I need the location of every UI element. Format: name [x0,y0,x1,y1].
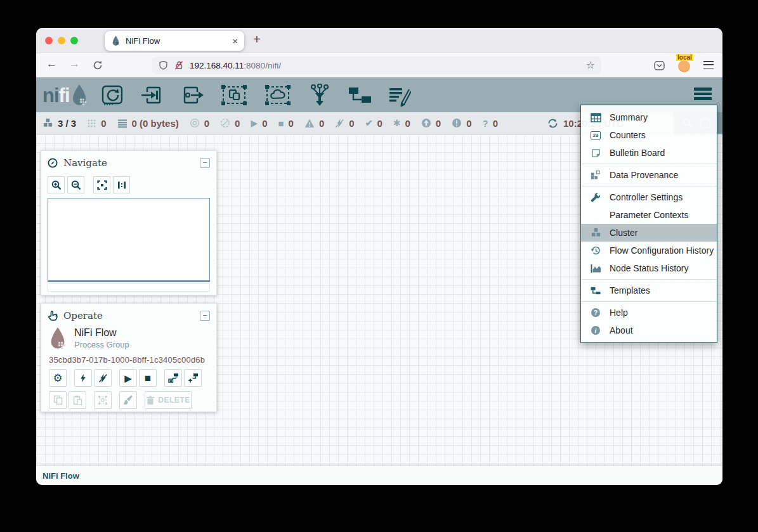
summary-table-icon [591,113,601,122]
processor-component[interactable] [100,83,124,107]
navigate-title: Navigate [63,157,107,169]
data-provenance-icon [591,170,601,180]
menu-item-about[interactable]: i About [581,321,717,339]
operate-buttons-row-1: ⚙ ▶ ■ [41,365,216,387]
menu-divider [581,186,717,186]
browser-navbar: ← → 192.168.40.11:8080/nifi/ ☆ local [36,53,722,77]
global-menu: Summary 23 Counters Bulletin Board Data … [580,105,717,343]
configure-button[interactable]: ⚙ [49,369,67,387]
stat-transmitting: 0 [190,118,209,129]
stat-running: ▶ 0 [251,118,267,129]
save-template-button[interactable] [164,369,182,387]
forward-button[interactable]: → [69,58,80,69]
menu-item-help[interactable]: ? Help [581,304,717,321]
zoom-fit-button[interactable] [93,176,110,193]
bookmark-star-icon[interactable]: ☆ [586,60,595,70]
url-bar[interactable]: 192.168.40.11:8080/nifi/ ☆ [152,56,601,74]
group-button[interactable] [94,391,112,409]
nifi-favicon [111,36,121,46]
input-port-component[interactable] [140,83,164,107]
transmitting-icon [190,118,200,128]
url-text[interactable]: 192.168.40.11:8080/nifi/ [190,61,580,70]
stopped-icon: ■ [278,119,284,128]
remote-process-group-component[interactable] [264,83,292,107]
save-template-icon [168,373,179,383]
operate-title: Operate [63,310,103,321]
stop-button[interactable]: ■ [139,369,157,387]
menu-item-flow-configuration-history[interactable]: Flow Configuration History [581,242,717,259]
menu-item-data-provenance[interactable]: Data Provenance [581,166,717,184]
actual-size-icon [117,180,127,190]
menu-item-summary[interactable]: Summary [581,108,717,126]
bolt-slash-icon [98,373,108,383]
zoom-window-button[interactable] [70,37,78,44]
component-toolbar [100,83,412,107]
locally-modified-asterisk-icon: ✱ [393,119,401,127]
stat-invalid: 0 [304,118,324,129]
start-button[interactable]: ▶ [119,369,137,387]
insecure-lock-icon[interactable] [174,60,184,70]
exclamation-circle-icon [452,118,462,128]
menu-item-counters[interactable]: 23 Counters [581,126,717,144]
stat-connected-nodes: 3 / 3 [42,118,76,129]
nifi-drop-logo [70,84,89,107]
minimize-window-button[interactable] [58,37,65,44]
enable-button[interactable] [74,369,92,387]
collapse-operate-button[interactable]: − [200,311,210,321]
help-question-icon: ? [591,308,600,317]
invalid-warning-icon [304,119,315,128]
menu-item-bulletin-board[interactable]: Bulletin Board [581,144,717,162]
label-component[interactable] [388,83,412,107]
menu-item-templates[interactable]: Templates [581,282,717,299]
process-group-component[interactable] [220,83,248,107]
back-button[interactable]: ← [46,58,57,69]
close-window-button[interactable] [45,37,53,44]
browser-menu-icon[interactable] [703,61,714,68]
funnel-component[interactable] [308,83,332,107]
trash-icon [146,396,155,405]
bulletin-board-icon [591,148,601,158]
node-status-chart-icon [591,264,601,273]
color-button[interactable] [119,391,137,409]
zoom-out-button[interactable] [67,176,84,193]
navigate-header[interactable]: Navigate − [41,155,216,171]
copy-button[interactable] [49,391,67,409]
disable-button[interactable] [94,369,112,387]
zoom-actual-size-button[interactable] [113,176,130,193]
stat-stopped: ■ 0 [278,118,294,129]
new-tab-button[interactable]: + [253,33,261,46]
url-host: 192.168.40.11 [190,61,244,70]
browser-tab[interactable]: NiFi Flow × [105,31,244,51]
refresh-icon[interactable] [547,118,558,129]
counters-icon: 23 [591,131,601,139]
menu-item-cluster[interactable]: Cluster [581,224,717,242]
nifi-global-menu-button[interactable] [694,88,712,100]
birdseye-view[interactable] [48,198,210,282]
close-tab-icon[interactable]: × [232,36,238,46]
zoom-out-icon [71,180,81,190]
reload-button[interactable] [93,60,103,70]
menu-item-node-status-history[interactable]: Node Status History [581,259,717,277]
paste-button[interactable] [69,391,86,409]
pocket-icon[interactable] [653,60,665,72]
stat-locally-modified-and-stale: 0 [452,118,471,129]
account-avatar[interactable] [678,60,690,72]
group-icon [98,395,108,405]
shield-icon[interactable] [159,60,168,70]
compass-icon [48,158,58,168]
zoom-in-button[interactable] [48,176,65,193]
output-port-component[interactable] [180,83,204,107]
breadcrumb-root[interactable]: NiFi Flow [42,471,79,481]
template-component[interactable] [348,83,372,107]
stop-icon: ■ [145,373,151,384]
operate-header[interactable]: Operate − [41,308,216,324]
about-info-icon: i [591,326,600,335]
disabled-bolt-slash-icon [335,119,344,128]
templates-icon [591,286,601,295]
menu-item-parameter-contexts[interactable]: Parameter Contexts [581,206,717,224]
menu-item-controller-settings[interactable]: Controller Settings [581,188,717,206]
collapse-navigate-button[interactable]: − [200,158,210,168]
delete-button[interactable]: DELETE [145,391,192,409]
stale-arrow-up-icon [421,118,431,128]
upload-template-button[interactable] [184,369,202,387]
